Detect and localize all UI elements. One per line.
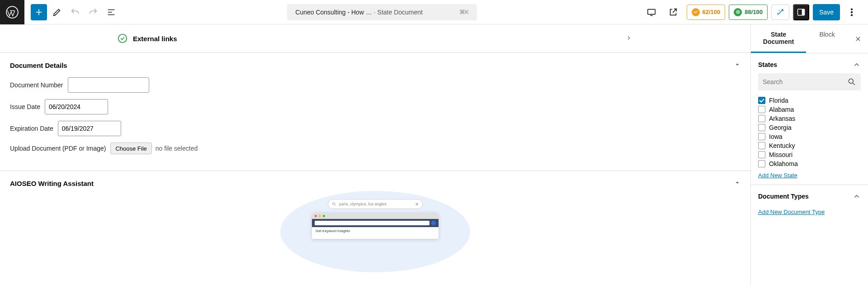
save-button[interactable]: Save	[813, 4, 840, 20]
upload-label: Upload Document (PDF or Image)	[10, 145, 106, 152]
mock-browser-window: Get Keyword Insights	[312, 213, 439, 239]
view-button[interactable]	[643, 4, 660, 20]
state-checkbox[interactable]	[758, 115, 765, 122]
document-overview-button[interactable]	[103, 4, 119, 20]
external-links-label: External links	[133, 35, 620, 43]
add-new-document-type-link[interactable]: Add New Document Type	[758, 209, 825, 215]
state-checkbox[interactable]	[758, 142, 765, 149]
chevron-up-icon	[853, 192, 861, 200]
states-search	[758, 73, 861, 90]
choose-file-button[interactable]: Choose File	[110, 142, 151, 154]
sidebar-toggle-button[interactable]	[793, 4, 809, 20]
svg-point-2	[736, 10, 740, 14]
state-label[interactable]: Kentucky	[769, 142, 795, 149]
state-checkbox[interactable]	[758, 133, 765, 140]
document-title: Cuneo Consulting - How …	[295, 9, 372, 16]
state-label[interactable]: Missouri	[769, 151, 793, 158]
expiration-date-label: Expiration Date	[10, 125, 53, 132]
external-links-row[interactable]: External links	[0, 24, 750, 52]
add-block-button[interactable]	[31, 4, 47, 20]
aioseo-assistant-title: AIOSEO Writing Assistant	[10, 180, 94, 187]
readability-score-badge[interactable]: 88/100	[729, 5, 768, 20]
state-checkbox[interactable]	[758, 124, 765, 131]
state-checkbox[interactable]	[758, 106, 765, 113]
edit-tools-button[interactable]	[49, 4, 65, 20]
ai-wand-button[interactable]	[771, 5, 789, 20]
command-shortcut: ⌘K	[459, 9, 469, 15]
issue-date-row: Issue Date	[10, 99, 741, 114]
target-icon	[734, 8, 742, 16]
states-section-header[interactable]: States	[758, 61, 861, 69]
close-sidebar-button[interactable]	[848, 24, 868, 53]
mock-body-line: Get Keyword Insights	[316, 229, 435, 233]
readability-score-value: 88/100	[745, 9, 763, 15]
redo-button[interactable]	[85, 4, 101, 20]
svg-rect-1	[647, 9, 655, 14]
upload-row: Upload Document (PDF or Image) Choose Fi…	[10, 142, 741, 154]
state-item: Kentucky	[758, 141, 861, 150]
state-checkbox[interactable]	[758, 160, 765, 167]
main-area: External links Document Details Document…	[0, 24, 868, 285]
mock-search-text: paris, olympics, los angles	[339, 202, 387, 206]
state-label[interactable]: Alabama	[769, 106, 794, 113]
state-label[interactable]: Iowa	[769, 133, 783, 140]
state-label[interactable]: Oklahoma	[769, 160, 798, 167]
state-checkbox[interactable]	[758, 151, 765, 158]
expiration-date-row: Expiration Date	[10, 121, 741, 136]
document-details-header[interactable]: Document Details	[0, 53, 750, 77]
state-label[interactable]: Georgia	[769, 124, 792, 131]
check-circle-icon	[118, 33, 127, 43]
state-item: Florida	[758, 96, 861, 105]
doc-number-row: Document Number	[10, 77, 741, 93]
states-section: States FloridaAlabamaArkansasGeorgiaIowa…	[751, 53, 868, 185]
document-details-panel: Document Details Document Number Issue D…	[0, 52, 750, 171]
svg-point-11	[849, 79, 853, 83]
file-status-label: no file selected	[156, 145, 198, 152]
tab-state-document[interactable]: State Document	[751, 24, 806, 53]
document-title-pill[interactable]: Cuneo Consulting - How … · State Documen…	[287, 4, 477, 20]
state-item: Alabama	[758, 105, 861, 114]
doc-number-label: Document Number	[10, 81, 63, 89]
sidebar-tabs: State Document Block	[751, 24, 868, 53]
seo-score-badge[interactable]: 62/100	[687, 5, 726, 20]
chevron-right-icon	[626, 35, 633, 42]
state-label[interactable]: Arkansas	[769, 115, 795, 122]
svg-point-9	[118, 34, 127, 43]
collapse-up-icon	[734, 179, 741, 187]
states-list: FloridaAlabamaArkansasGeorgiaIowaKentuck…	[758, 96, 861, 168]
settings-sidebar: State Document Block States FloridaAlaba…	[750, 24, 868, 285]
aioseo-assistant-header[interactable]: AIOSEO Writing Assistant	[0, 171, 750, 195]
svg-point-8	[851, 14, 853, 16]
assistant-illustration: paris, olympics, los angles ✕ Get Keywor…	[0, 195, 750, 239]
mock-search-pill: paris, olympics, los angles ✕	[328, 199, 423, 209]
right-toolbar: 62/100 88/100 Save	[643, 4, 862, 20]
svg-point-6	[851, 9, 853, 10]
state-label[interactable]: Florida	[769, 97, 788, 104]
wordpress-logo[interactable]	[0, 0, 24, 24]
collapse-up-icon	[734, 61, 741, 69]
svg-rect-5	[802, 9, 805, 15]
states-search-input[interactable]	[763, 78, 847, 86]
tab-block[interactable]: Block	[806, 24, 848, 53]
document-details-title: Document Details	[10, 62, 67, 69]
document-types-header[interactable]: Document Types	[758, 192, 861, 200]
open-external-button[interactable]	[665, 4, 681, 20]
title-bar: Cuneo Consulting - How … · State Documen…	[121, 4, 643, 20]
svg-point-3	[737, 11, 739, 13]
document-types-title: Document Types	[758, 193, 809, 200]
seo-score-value: 62/100	[703, 9, 721, 15]
trend-icon	[692, 8, 700, 16]
content-area: External links Document Details Document…	[0, 24, 750, 285]
issue-date-input[interactable]	[45, 99, 108, 114]
undo-button[interactable]	[67, 4, 83, 20]
issue-date-label: Issue Date	[10, 103, 40, 110]
search-icon	[847, 77, 856, 86]
chevron-up-icon	[853, 61, 861, 69]
expiration-date-input[interactable]	[58, 121, 121, 136]
close-icon: ✕	[415, 202, 419, 207]
state-checkbox[interactable]	[758, 97, 765, 104]
state-item: Missouri	[758, 150, 861, 159]
more-options-button[interactable]	[844, 4, 860, 20]
doc-number-input[interactable]	[68, 77, 149, 93]
add-new-state-link[interactable]: Add New State	[758, 172, 797, 179]
